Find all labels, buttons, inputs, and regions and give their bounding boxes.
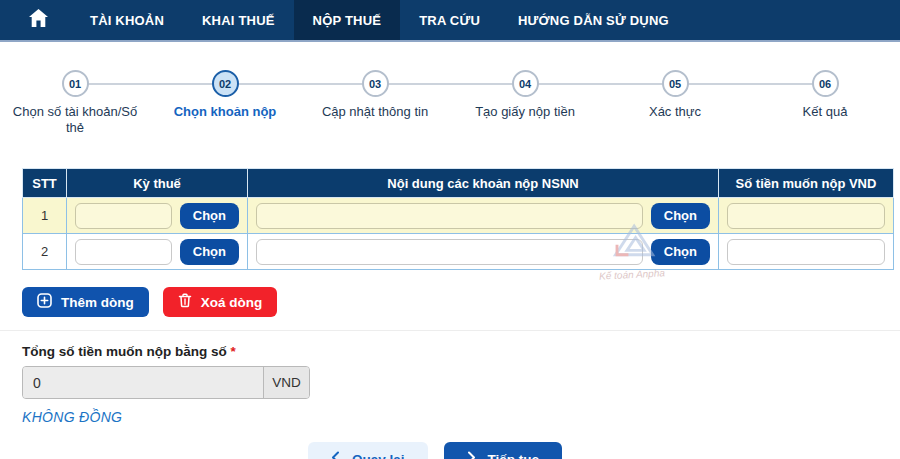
top-navbar: TÀI KHOẢN KHAI THUẾ NỘP THUẾ TRA CỨU HƯỚ… xyxy=(0,0,900,42)
row-2-amount-input[interactable] xyxy=(727,239,885,265)
nav-item-tai-khoan[interactable]: TÀI KHOẢN xyxy=(71,0,183,40)
back-button-label: Quay lại xyxy=(352,452,405,459)
step-05-label: Xác thực xyxy=(649,104,701,120)
nav-item-tra-cuu[interactable]: TRA CỨU xyxy=(400,0,499,40)
total-amount-field: VND xyxy=(22,366,310,399)
continue-button[interactable]: Tiếp tục xyxy=(444,442,563,459)
step-03-label: Cập nhật thông tin xyxy=(322,104,428,120)
step-06-circle: 06 xyxy=(812,70,839,97)
total-amount-label: Tổng số tiền muốn nộp bằng số * xyxy=(22,344,900,359)
total-amount-input[interactable] xyxy=(23,367,263,398)
home-button[interactable] xyxy=(0,0,71,40)
step-02[interactable]: 02 Chọn khoản nộp xyxy=(150,70,300,136)
nav-item-huong-dan[interactable]: HƯỚNG DẪN SỬ DỤNG xyxy=(499,0,688,40)
progress-stepper: 01 Chọn số tài khoản/Số thẻ 02 Chọn khoả… xyxy=(0,54,900,154)
nav-menu: TÀI KHOẢN KHAI THUẾ NỘP THUẾ TRA CỨU HƯỚ… xyxy=(71,0,688,40)
required-asterisk: * xyxy=(231,344,236,359)
delete-row-label: Xoá dòng xyxy=(201,295,263,310)
etax-payment-page: TÀI KHOẢN KHAI THUẾ NỘP THUẾ TRA CỨU HƯỚ… xyxy=(0,0,900,459)
add-row-button[interactable]: Thêm dòng xyxy=(22,287,149,317)
table-row: 2 Chọn Chọn xyxy=(23,234,894,270)
row-1-content-input[interactable] xyxy=(256,203,643,229)
row-1-index: 1 xyxy=(23,198,67,234)
step-04-label: Tạo giấy nộp tiền xyxy=(475,104,575,120)
nav-item-nop-thue[interactable]: NỘP THUẾ xyxy=(294,0,401,40)
row-1-content-choose-button[interactable]: Chọn xyxy=(651,203,710,229)
continue-button-label: Tiếp tục xyxy=(488,452,540,459)
col-header-stt: STT xyxy=(23,169,67,198)
nav-item-khai-thue[interactable]: KHAI THUẾ xyxy=(183,0,294,40)
row-2-tax-period-choose-button[interactable]: Chọn xyxy=(180,239,239,265)
chevron-left-icon xyxy=(331,451,340,459)
step-04[interactable]: 04 Tạo giấy nộp tiền xyxy=(450,70,600,136)
step-01-label: Chọn số tài khoản/Số thẻ xyxy=(4,104,146,136)
step-06[interactable]: 06 Kết quả xyxy=(750,70,900,136)
step-03-circle: 03 xyxy=(362,70,389,97)
row-1-tax-period-input[interactable] xyxy=(75,203,172,229)
col-header-noi-dung: Nội dung các khoản nộp NSNN xyxy=(248,169,719,198)
col-header-ky-thue: Kỳ thuế xyxy=(67,169,248,198)
step-06-label: Kết quả xyxy=(803,104,848,120)
currency-suffix: VND xyxy=(263,367,309,398)
step-05-circle: 05 xyxy=(662,70,689,97)
step-01[interactable]: 01 Chọn số tài khoản/Số thẻ xyxy=(0,70,150,136)
footer-actions: Quay lại Tiếp tục xyxy=(0,442,900,459)
step-03[interactable]: 03 Cập nhật thông tin xyxy=(300,70,450,136)
step-02-label: Chọn khoản nộp xyxy=(174,104,277,120)
row-1-amount-input[interactable] xyxy=(727,203,885,229)
table-row: 1 Chọn Chọn xyxy=(23,198,894,234)
back-button[interactable]: Quay lại xyxy=(308,442,428,459)
row-2-content-choose-button[interactable]: Chọn xyxy=(651,239,710,265)
col-header-so-tien: Số tiền muốn nộp VND xyxy=(719,169,894,198)
home-icon xyxy=(28,9,49,32)
chevron-right-icon xyxy=(467,451,476,459)
amount-in-words: KHÔNG ĐỒNG xyxy=(22,409,900,425)
step-05[interactable]: 05 Xác thực xyxy=(600,70,750,136)
row-1-tax-period-choose-button[interactable]: Chọn xyxy=(180,203,239,229)
row-2-content-input[interactable] xyxy=(256,239,643,265)
payment-items-table: STT Kỳ thuế Nội dung các khoản nộp NSNN … xyxy=(22,168,894,270)
step-01-circle: 01 xyxy=(62,70,89,97)
plus-square-icon xyxy=(37,293,52,311)
row-action-buttons: Thêm dòng Xoá dòng xyxy=(22,287,900,317)
row-2-index: 2 xyxy=(23,234,67,270)
table-header-row: STT Kỳ thuế Nội dung các khoản nộp NSNN … xyxy=(23,169,894,198)
step-04-circle: 04 xyxy=(512,70,539,97)
section-divider xyxy=(0,330,900,331)
trash-icon xyxy=(178,293,192,311)
delete-row-button[interactable]: Xoá dòng xyxy=(163,287,278,317)
row-2-tax-period-input[interactable] xyxy=(75,239,172,265)
step-02-circle: 02 xyxy=(212,70,239,97)
add-row-label: Thêm dòng xyxy=(61,295,134,310)
